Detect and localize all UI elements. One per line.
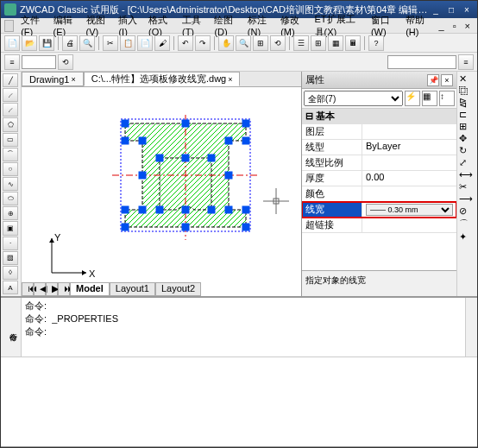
selection-combo[interactable]: 全部(7) <box>304 91 403 106</box>
rotate-tool[interactable]: ↻ <box>459 145 475 156</box>
doc-restore-button[interactable]: ▫ <box>450 21 460 31</box>
layer-props-button[interactable]: ≡ <box>4 54 20 70</box>
rect-tool[interactable]: ▭ <box>3 133 18 147</box>
menu-file[interactable]: 文件(F) <box>17 14 47 37</box>
region-tool[interactable]: ◊ <box>3 266 18 280</box>
drawing-area[interactable]: Drawing1× C:\...特性】选项板修改线宽.dwg× <box>22 72 301 296</box>
print-button[interactable]: 🖨 <box>62 35 78 51</box>
copy-button[interactable]: 📋 <box>120 35 135 51</box>
preview-button[interactable]: 🔍 <box>79 35 95 51</box>
circle-tool[interactable]: ○ <box>3 162 18 176</box>
doc-close-button[interactable]: × <box>462 21 474 31</box>
copy-tool[interactable]: ⿻ <box>459 85 475 96</box>
prop-thickness[interactable]: 厚度0.00 <box>302 171 456 186</box>
close-button[interactable]: × <box>460 3 474 16</box>
menu-modify[interactable]: 修改(M) <box>277 14 309 37</box>
prop-color[interactable]: 颜色 <box>302 186 456 202</box>
layout-2[interactable]: Layout2 <box>155 282 201 296</box>
cut-button[interactable]: ✂ <box>103 35 118 51</box>
grip[interactable] <box>139 172 147 180</box>
menu-dim[interactable]: 标注(N) <box>244 14 275 37</box>
layer-prev-button[interactable]: ⟲ <box>58 54 73 70</box>
pin-button[interactable]: 📌 <box>427 74 439 86</box>
lineweight-combo[interactable]: —— 0.30 mm <box>366 204 453 216</box>
move-tool[interactable]: ✥ <box>459 133 475 144</box>
prev-layout-button[interactable]: ◀ <box>34 282 46 296</box>
point-tool[interactable]: · <box>3 237 18 250</box>
scrollbar[interactable] <box>465 298 477 357</box>
grip[interactable] <box>182 155 190 162</box>
tool-palettes-button[interactable]: ▦ <box>328 35 343 51</box>
break-tool[interactable]: ⊘ <box>459 205 475 217</box>
zoom-window-button[interactable]: ⊞ <box>253 35 268 51</box>
stretch-tool[interactable]: ⟷ <box>459 169 475 180</box>
grip[interactable] <box>122 137 129 145</box>
grip[interactable] <box>225 206 233 214</box>
tab-current[interactable]: C:\...特性】选项板修改线宽.dwg× <box>84 72 241 86</box>
save-button[interactable]: 💾 <box>39 35 54 51</box>
menu-insert[interactable]: 插入(I) <box>115 14 143 37</box>
grip[interactable] <box>139 137 147 145</box>
layout-model[interactable]: Model <box>70 282 110 296</box>
pline-tool[interactable]: ⟋ <box>3 103 18 117</box>
open-button[interactable]: 📂 <box>22 35 37 51</box>
polygon-tool[interactable]: ⬠ <box>3 117 18 131</box>
trim-tool[interactable]: ✂ <box>459 181 475 192</box>
block-tool[interactable]: ▣ <box>3 221 18 235</box>
arc-tool[interactable]: ⌒ <box>3 148 18 161</box>
close-icon[interactable]: × <box>71 75 75 84</box>
menu-edit[interactable]: 编辑(E) <box>50 14 81 37</box>
grip[interactable] <box>208 206 216 214</box>
prop-layer[interactable]: 图层 <box>302 124 456 140</box>
command-history[interactable]: 命令: 命令: _PROPERTIES 命令: <box>22 298 465 357</box>
design-center-button[interactable]: ⊞ <box>311 35 326 51</box>
grip[interactable] <box>156 155 164 162</box>
properties-button[interactable]: ☰ <box>293 35 309 51</box>
pick-button[interactable]: ▦ <box>422 91 437 106</box>
viewport[interactable]: Y X ⏮ ◀ ▶ ⏭ Model Layout1 Layout2 <box>22 89 301 296</box>
pan-button[interactable]: ✋ <box>218 35 234 51</box>
grip[interactable] <box>242 224 250 231</box>
zoom-prev-button[interactable]: ⟲ <box>270 35 286 51</box>
grip[interactable] <box>225 137 233 145</box>
spline-tool[interactable]: ∿ <box>3 177 18 191</box>
ellipse-tool[interactable]: ⬭ <box>3 192 18 205</box>
tab-drawing1[interactable]: Drawing1× <box>22 72 84 86</box>
grip[interactable] <box>242 120 250 128</box>
grip[interactable] <box>182 206 190 214</box>
extend-tool[interactable]: ⟶ <box>459 193 475 205</box>
offset-tool[interactable]: ⊏ <box>459 109 475 120</box>
grip[interactable] <box>242 206 250 214</box>
doc-minimize-button[interactable]: _ <box>436 21 448 31</box>
color-combo[interactable] <box>387 55 456 69</box>
fillet-tool[interactable]: ⌒ <box>459 218 475 230</box>
insert-tool[interactable]: ⊕ <box>3 206 18 220</box>
explode-tool[interactable]: ✦ <box>459 231 475 243</box>
line-tool[interactable]: ╱ <box>3 73 18 87</box>
zoom-button[interactable]: 🔍 <box>236 35 251 51</box>
mirror-tool[interactable]: ⧎ <box>459 97 475 108</box>
grip[interactable] <box>225 172 233 180</box>
grip[interactable] <box>156 206 164 214</box>
help-button[interactable]: ? <box>368 35 384 51</box>
layout-1[interactable]: Layout1 <box>110 282 155 296</box>
group-basic[interactable]: ⊟ 基本 <box>302 109 456 124</box>
xline-tool[interactable]: ⟋ <box>3 88 18 102</box>
text-tool[interactable]: A <box>3 281 18 294</box>
grip[interactable] <box>122 120 129 128</box>
grip[interactable] <box>182 224 190 231</box>
menu-draw[interactable]: 绘图(D) <box>211 14 242 37</box>
menu-window[interactable]: 窗口(W) <box>368 14 400 37</box>
undo-button[interactable]: ↶ <box>178 35 193 51</box>
prop-ltscale[interactable]: 线型比例 <box>302 155 456 171</box>
prop-hyperlink[interactable]: 超链接 <box>302 218 456 233</box>
erase-tool[interactable]: ✕ <box>459 73 475 85</box>
grip[interactable] <box>122 206 129 214</box>
grip[interactable] <box>242 137 250 145</box>
new-button[interactable]: 📄 <box>4 35 20 51</box>
grip[interactable] <box>122 224 129 231</box>
close-icon[interactable]: × <box>228 75 232 84</box>
first-layout-button[interactable]: ⏮ <box>22 282 34 296</box>
panel-close-button[interactable]: × <box>441 74 453 86</box>
layer-combo[interactable] <box>22 55 56 69</box>
